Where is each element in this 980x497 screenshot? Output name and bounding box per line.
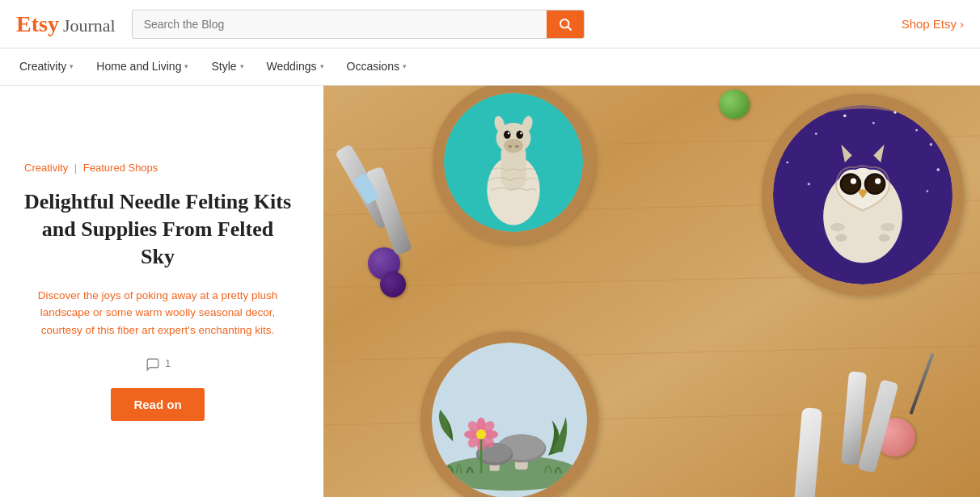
mushroom-hoop <box>420 331 598 497</box>
svg-point-17 <box>508 133 510 135</box>
article-title: Delightful Needle Felting Kits and Suppl… <box>24 188 291 270</box>
svg-point-13 <box>508 145 512 148</box>
comment-row: 1 <box>24 357 291 370</box>
chevron-down-icon: ▾ <box>403 62 407 70</box>
nav-item-home-living[interactable]: Home and Living ▾ <box>85 48 200 85</box>
svg-point-16 <box>516 130 523 138</box>
yarn-spool-dark <box>380 272 406 297</box>
svg-point-12 <box>504 139 523 153</box>
llama-hoop <box>433 86 594 243</box>
svg-point-24 <box>843 115 847 118</box>
svg-point-32 <box>927 190 929 192</box>
yarn-ball-green <box>719 90 750 119</box>
search-container <box>132 10 585 39</box>
main-content: Creativity | Featured Shops Delightful N… <box>0 86 980 497</box>
chevron-down-icon: ▾ <box>184 62 188 70</box>
chevron-down-icon: ▾ <box>70 62 74 70</box>
svg-point-37 <box>866 175 883 192</box>
logo-journal: Journal <box>63 15 116 36</box>
svg-point-15 <box>504 130 511 138</box>
chevron-down-icon: ▾ <box>320 62 324 70</box>
comment-count: 1 <box>165 357 171 369</box>
svg-point-61 <box>476 429 486 439</box>
svg-point-40 <box>830 223 845 232</box>
article-excerpt: Discover the joys of poking away at a pr… <box>24 287 291 339</box>
search-icon <box>558 17 572 32</box>
search-input[interactable] <box>133 11 547 37</box>
nav-label-weddings: Weddings <box>267 60 317 73</box>
nav-item-style[interactable]: Style ▾ <box>200 48 255 85</box>
svg-point-27 <box>915 129 918 132</box>
logo-area: Etsy Journal <box>16 11 116 37</box>
llama-art <box>444 93 583 232</box>
nav-item-occasions[interactable]: Occasions ▾ <box>336 48 418 85</box>
svg-point-38 <box>851 179 856 184</box>
nav-label-home-living: Home and Living <box>96 60 181 73</box>
category-tags: Creativity | Featured Shops <box>24 162 291 174</box>
svg-point-29 <box>786 162 788 164</box>
svg-point-30 <box>808 183 811 186</box>
mushroom-art <box>432 343 587 497</box>
comment-icon <box>145 357 161 370</box>
chevron-down-icon: ▾ <box>240 62 244 70</box>
nav-label-creativity: Creativity <box>19 60 66 73</box>
logo-etsy[interactable]: Etsy <box>16 11 59 37</box>
svg-point-43 <box>879 234 890 242</box>
svg-point-18 <box>520 133 522 135</box>
hero-image-panel <box>323 86 980 497</box>
svg-point-23 <box>815 133 817 135</box>
svg-point-39 <box>875 179 881 184</box>
category-featured-link[interactable]: Featured Shops <box>83 162 158 174</box>
search-button[interactable] <box>547 11 584 38</box>
article-panel: Creativity | Featured Shops Delightful N… <box>0 86 323 497</box>
svg-point-28 <box>930 143 933 146</box>
svg-point-0 <box>560 19 569 28</box>
main-nav: Creativity ▾ Home and Living ▾ Style ▾ W… <box>0 48 980 86</box>
shop-etsy-label: Shop Etsy <box>902 17 957 31</box>
svg-point-14 <box>515 145 519 148</box>
nav-item-weddings[interactable]: Weddings ▾ <box>256 48 336 85</box>
nav-item-creativity[interactable]: Creativity ▾ <box>8 48 85 85</box>
svg-point-41 <box>881 223 895 232</box>
owl-hoop <box>762 94 964 296</box>
svg-point-36 <box>842 175 859 192</box>
svg-point-42 <box>835 234 847 242</box>
svg-point-25 <box>872 122 875 124</box>
nav-label-style: Style <box>211 60 236 73</box>
category-divider: | <box>74 162 77 174</box>
category-creativity-link[interactable]: Creativity <box>24 162 68 174</box>
svg-line-1 <box>568 27 571 30</box>
nav-label-occasions: Occasions <box>347 60 399 73</box>
owl-art <box>773 105 953 284</box>
read-on-button[interactable]: Read on <box>111 388 204 421</box>
svg-point-31 <box>936 168 940 171</box>
svg-point-45 <box>439 456 581 491</box>
shop-etsy-arrow: › <box>960 17 964 31</box>
shop-etsy-link[interactable]: Shop Etsy › <box>902 17 964 31</box>
site-header: Etsy Journal Shop Etsy › <box>0 0 980 48</box>
hero-canvas <box>323 86 980 497</box>
